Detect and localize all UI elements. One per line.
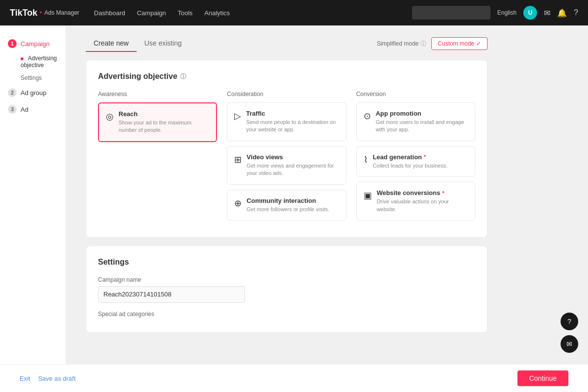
brand-sub: Ads Manager <box>44 9 79 16</box>
bell-icon[interactable]: 🔔 <box>557 8 567 18</box>
video-views-icon: ⊞ <box>234 154 242 165</box>
tab-create-new[interactable]: Create new <box>86 35 137 52</box>
objective-traffic[interactable]: ▷ Traffic Send more people to a destinat… <box>227 102 346 141</box>
category-conversion: Conversion ⊙ App promotion Get more user… <box>356 91 475 225</box>
reach-icon: ◎ <box>106 111 114 122</box>
community-title: Community interaction <box>246 197 339 204</box>
website-conv-desc: Drive valuable actions on your website. <box>377 198 468 213</box>
brand-dot: · <box>39 7 42 18</box>
sidebar-substep-settings[interactable]: Settings <box>0 72 66 84</box>
step-label-ad: Ad <box>21 106 28 113</box>
brand-logo: TikTok · Ads Manager <box>10 7 79 18</box>
language-selector[interactable]: English <box>497 9 516 16</box>
navbar-right: English U ✉ 🔔 ? <box>412 6 578 20</box>
traffic-icon: ▷ <box>234 111 241 122</box>
settings-section: Settings Campaign name Special ad catego… <box>86 245 488 333</box>
step-num-1: 1 <box>8 39 17 48</box>
objective-video-views[interactable]: ⊞ Video views Get more views and engagem… <box>227 146 346 185</box>
lead-gen-title: Lead generation * <box>373 153 468 161</box>
settings-title: Settings <box>98 258 475 267</box>
category-conversion-label: Conversion <box>356 91 475 98</box>
objective-community-interaction[interactable]: ⊕ Community interaction Get more followe… <box>227 190 346 220</box>
sidebar-step-ad[interactable]: 3 Ad <box>0 101 66 118</box>
simplified-info-icon: ⓘ <box>420 40 426 48</box>
nav-dashboard[interactable]: Dashboard <box>94 9 125 17</box>
campaign-name-input[interactable] <box>98 286 245 303</box>
search-input[interactable] <box>412 6 490 20</box>
sidebar: 1 Campaign Advertising objective Setting… <box>0 25 66 392</box>
exit-link[interactable]: Exit <box>20 375 30 382</box>
reach-desc: Show your ad to the maximum number of pe… <box>119 119 209 134</box>
objective-app-promotion[interactable]: ⊙ App promotion Get more users to instal… <box>356 102 475 141</box>
category-awareness-label: Awareness <box>98 91 217 98</box>
advertising-objective-section: Advertising objective ⓘ Awareness ◎ Reac… <box>86 60 488 238</box>
help-icon[interactable]: ? <box>574 8 578 17</box>
category-awareness: Awareness ◎ Reach Show your ad to the ma… <box>98 91 217 225</box>
mode-toggle: Simplified mode ⓘ Custom mode ✓ <box>377 37 488 50</box>
step-num-3: 3 <box>8 105 17 114</box>
objective-info-icon: ⓘ <box>180 73 186 81</box>
category-consideration: Consideration ▷ Traffic Send more people… <box>227 91 346 225</box>
video-views-desc: Get more views and engagement for your v… <box>246 162 339 177</box>
bottom-bar: Exit Save as draft Continue <box>0 364 588 392</box>
objective-reach[interactable]: ◎ Reach Show your ad to the maximum numb… <box>98 102 217 142</box>
nav-links: Dashboard Campaign Tools Analytics <box>94 9 397 17</box>
mail-icon[interactable]: ✉ <box>544 8 550 18</box>
app-promotion-icon: ⊙ <box>364 111 371 122</box>
website-conv-icon: ▣ <box>364 190 372 201</box>
lead-gen-icon: ⌇ <box>364 154 368 165</box>
sidebar-step-campaign[interactable]: 1 Campaign <box>0 35 66 52</box>
save-draft-link[interactable]: Save as draft <box>38 375 76 382</box>
community-icon: ⊕ <box>234 198 242 209</box>
reach-title: Reach <box>119 110 209 118</box>
app-promotion-desc: Get more users to install and engage wit… <box>376 119 468 134</box>
sidebar-step-adgroup[interactable]: 2 Ad group <box>0 84 66 101</box>
substep-dot <box>21 57 24 60</box>
community-desc: Get more followers or profile visits. <box>246 206 339 213</box>
video-views-title: Video views <box>246 153 339 161</box>
objective-lead-generation[interactable]: ⌇ Lead generation * Collect leads for yo… <box>356 146 475 177</box>
nav-analytics[interactable]: Analytics <box>204 9 230 17</box>
simplified-mode-btn[interactable]: Simplified mode ⓘ <box>377 40 426 48</box>
custom-mode-check-icon: ✓ <box>476 40 481 47</box>
special-ad-label: Special ad categories <box>98 311 475 318</box>
navbar: TikTok · Ads Manager Dashboard Campaign … <box>0 0 588 25</box>
traffic-desc: Send more people to a destination on you… <box>246 119 339 134</box>
floating-buttons: ? ✉ <box>561 313 578 353</box>
lead-gen-desc: Collect leads for your business. <box>373 162 468 170</box>
advertising-objective-title: Advertising objective ⓘ <box>98 72 475 81</box>
tabs-row: Create new Use existing Simplified mode … <box>86 35 488 52</box>
floating-help-btn[interactable]: ? <box>561 313 578 330</box>
objective-categories: Awareness ◎ Reach Show your ad to the ma… <box>98 91 475 225</box>
step-label-adgroup: Ad group <box>21 89 47 97</box>
tab-use-existing[interactable]: Use existing <box>137 35 190 52</box>
objective-website-conversions[interactable]: ▣ Website conversions * Drive valuable a… <box>356 182 475 220</box>
continue-button[interactable]: Continue <box>517 370 568 386</box>
main-content: Create new Use existing Simplified mode … <box>66 25 507 392</box>
step-label-campaign: Campaign <box>21 40 49 48</box>
website-conv-title: Website conversions * <box>377 189 468 196</box>
app-promotion-title: App promotion <box>376 110 468 117</box>
sidebar-substep-advertising-objective[interactable]: Advertising objective <box>0 52 66 72</box>
floating-message-btn[interactable]: ✉ <box>561 335 578 353</box>
nav-tools[interactable]: Tools <box>178 9 193 17</box>
campaign-name-label: Campaign name <box>98 276 475 283</box>
nav-campaign[interactable]: Campaign <box>137 9 166 17</box>
category-consideration-label: Consideration <box>227 91 346 98</box>
website-conv-required: * <box>442 190 444 196</box>
avatar[interactable]: U <box>523 6 537 20</box>
traffic-title: Traffic <box>246 110 339 117</box>
custom-mode-btn[interactable]: Custom mode ✓ <box>431 37 488 50</box>
brand-tiktok: TikTok <box>10 8 37 18</box>
step-num-2: 2 <box>8 88 17 97</box>
lead-gen-required: * <box>424 154 426 160</box>
